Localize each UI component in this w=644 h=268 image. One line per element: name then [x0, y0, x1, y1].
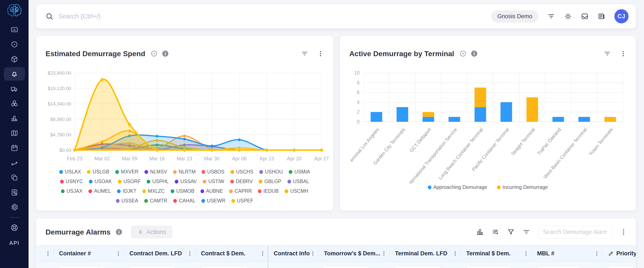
target-icon[interactable]	[460, 50, 467, 57]
legend-item-USEWR[interactable]: USEWR	[201, 198, 226, 204]
legend-item-USLGB[interactable]: USLGB	[87, 169, 109, 175]
filter-text-input[interactable]	[466, 266, 511, 268]
legend-item-USNYC[interactable]: USNYC	[60, 179, 83, 184]
legend-item-incurring-demurrage[interactable]: Incurring Demurrage	[497, 184, 548, 190]
kebab-menu-icon[interactable]	[620, 228, 627, 236]
target-icon[interactable]	[150, 50, 158, 57]
sidebar-item-map[interactable]	[4, 126, 25, 140]
legend-item-NLRTM[interactable]: NLRTM	[173, 169, 196, 175]
changelog-icon[interactable]	[598, 12, 605, 20]
legend-item-MXLZC[interactable]: MXLZC	[142, 188, 165, 194]
column-menu-icon[interactable]	[381, 251, 387, 257]
filter-icon[interactable]	[548, 12, 555, 20]
legend-item-IEDUB[interactable]: IEDUB	[258, 188, 278, 194]
sidebar-item-support[interactable]	[4, 221, 25, 234]
legend-item-USMIA[interactable]: USMIA	[289, 169, 310, 175]
legend-item-CAMTR[interactable]: CAMTR	[144, 198, 168, 204]
legend-item-USLAX[interactable]: USLAX	[59, 169, 81, 175]
column-header-contract-info[interactable]: Contract Info	[268, 245, 318, 262]
legend-item-USBAL[interactable]: USBAL	[288, 179, 309, 184]
legend-item-USPEF[interactable]: USPEF	[232, 198, 254, 204]
sidebar-item-calendar[interactable]	[4, 141, 25, 155]
sidebar-item-cubes[interactable]	[4, 97, 25, 110]
tenant-badge[interactable]: Gnosis Demo	[491, 10, 538, 22]
column-header-priority[interactable]: Priority	[602, 245, 636, 262]
info-icon[interactable]	[470, 50, 478, 57]
legend-item-USORF[interactable]: USORF	[118, 179, 141, 184]
column-menu-icon[interactable]	[260, 251, 266, 257]
column-menu-icon[interactable]	[116, 251, 121, 257]
legend-item-USJAX[interactable]: USJAX	[61, 188, 82, 194]
filter-icon[interactable]	[301, 50, 308, 57]
legend-item-USTIW[interactable]: USTIW	[203, 179, 224, 184]
filter-text-input[interactable]	[324, 266, 369, 268]
actions-button[interactable]: Actions	[131, 226, 172, 239]
legend-item-GBLGP[interactable]: GBLGP	[259, 179, 281, 184]
legend-item-DEBRV[interactable]: DEBRV	[230, 179, 253, 184]
sidebar-item-copy[interactable]	[4, 171, 25, 184]
legend-item-USCMH[interactable]: USCMH	[285, 188, 308, 194]
inbox-icon[interactable]	[581, 12, 588, 20]
legend-item-USCHS[interactable]: USCHS	[230, 169, 254, 175]
funnel-icon[interactable]	[507, 228, 515, 236]
global-search-input[interactable]	[58, 12, 252, 20]
column-menu-icon[interactable]	[310, 251, 316, 257]
chart-icon[interactable]	[476, 228, 484, 236]
column-menu-icon[interactable]	[452, 251, 458, 257]
legend-item-USPHL[interactable]: USPHL	[146, 179, 169, 184]
avatar[interactable]: CJ	[614, 9, 628, 23]
legend-item-USSAV[interactable]: USSAV	[175, 179, 197, 184]
filter-icon[interactable]	[522, 228, 530, 236]
info-icon[interactable]	[162, 50, 169, 57]
sidebar-item-clipboard-search[interactable]	[4, 186, 25, 199]
sidebar-item-radar[interactable]	[4, 37, 25, 51]
search-list-icon[interactable]	[492, 228, 499, 236]
column-menu-icon[interactable]	[594, 251, 600, 257]
legend-item-AUMEL[interactable]: AUMEL	[88, 188, 111, 194]
legend-item-USMOB[interactable]: USMOB	[171, 188, 194, 194]
filter-text-input[interactable]	[59, 266, 104, 268]
legend-item-MXVER[interactable]: MXVER	[115, 169, 138, 175]
sidebar-item-package[interactable]	[4, 52, 25, 66]
info-icon[interactable]	[115, 228, 122, 236]
column-menu-icon[interactable]	[187, 251, 193, 257]
filter-icon[interactable]	[604, 50, 611, 57]
kebab-menu-icon[interactable]	[317, 50, 324, 57]
filter-text-input[interactable]	[537, 266, 582, 268]
column-header-contract-dem-lfd[interactable]: Contract Dem. LFD	[124, 245, 195, 262]
column-header-terminal-dem[interactable]: Terminal $ Dem.	[461, 245, 532, 262]
legend-item-CAHAL[interactable]: CAHAL	[173, 198, 195, 204]
sidebar-item-dashboard[interactable]	[4, 23, 25, 36]
legend-item-CAPRR[interactable]: CAPRR	[229, 188, 252, 194]
filter-text-input[interactable]	[201, 266, 248, 268]
sidebar-item-truck[interactable]	[4, 82, 25, 95]
kebab-menu-icon[interactable]	[620, 50, 627, 57]
column-header-mbl[interactable]: MBL #	[532, 245, 602, 262]
table-search-input[interactable]	[538, 226, 612, 239]
column-header-tomorrow-s-dem[interactable]: Tomorrow's $ Dem...	[318, 245, 390, 262]
sidebar-item-bell[interactable]	[4, 67, 25, 81]
column-header-row-menu[interactable]	[36, 245, 54, 262]
filter-date-input[interactable]: mm/dd/yyyy	[395, 266, 440, 268]
column-header-terminal-dem-lfd[interactable]: Terminal Dem. LFD	[390, 245, 461, 262]
brain-logo[interactable]	[6, 3, 23, 18]
theme-toggle-icon[interactable]	[564, 12, 572, 20]
legend-item-NLMSV[interactable]: NLMSV	[144, 169, 167, 175]
column-header-container[interactable]: Container #	[54, 245, 124, 262]
filter-date-input[interactable]: mm/dd/yyyy	[130, 266, 175, 268]
filter-text-input[interactable]	[608, 266, 634, 268]
column-menu-icon[interactable]	[45, 251, 51, 257]
sidebar-item-bar-chart[interactable]	[4, 111, 25, 125]
legend-item-USHOU[interactable]: USHOU	[259, 169, 283, 175]
column-header-contract-dem[interactable]: Contract $ Dem.	[195, 245, 268, 262]
sidebar-item-gear[interactable]	[4, 200, 25, 214]
legend-item-approaching-demurrage[interactable]: Approaching Demurrage	[428, 184, 487, 190]
legend-item-USSEA[interactable]: USSEA	[116, 198, 138, 204]
api-label[interactable]: API	[9, 240, 20, 246]
column-menu-icon[interactable]	[523, 251, 529, 257]
legend-item-IDJKT[interactable]: IDJKT	[117, 188, 136, 194]
legend-item-USBOS[interactable]: USBOS	[202, 169, 224, 175]
sidebar-item-route[interactable]	[4, 156, 25, 169]
legend-item-USOAK[interactable]: USOAK	[89, 179, 112, 184]
legend-item-AUBNE[interactable]: AUBNE	[200, 188, 223, 194]
